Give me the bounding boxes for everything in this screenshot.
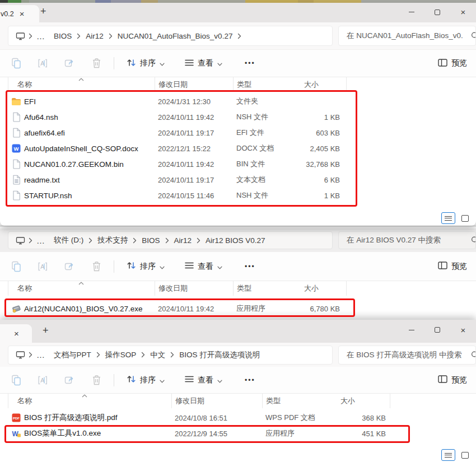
sort-button[interactable]: 排序 bbox=[127, 375, 165, 385]
search-input[interactable]: 在 BIOS 打开高级选项说明 中搜索 bbox=[338, 346, 476, 365]
file-date: 2024/10/8 16:51 bbox=[171, 414, 262, 422]
file-row[interactable]: Afu64.nsh 2024/10/11 19:42 NSH 文件 1 KB bbox=[0, 109, 476, 125]
column-header-type[interactable]: 类型 bbox=[233, 77, 301, 91]
clipboard-icon[interactable] bbox=[11, 261, 22, 272]
file-name: BIOS 打开高级选项说明.pdf bbox=[24, 413, 118, 423]
share-icon[interactable] bbox=[64, 261, 76, 272]
file-type: 文件夹 bbox=[233, 96, 301, 106]
sort-button[interactable]: 排序 bbox=[127, 261, 165, 272]
column-header-size[interactable]: 大小 bbox=[337, 394, 390, 408]
search-input[interactable]: 在 Air12 BIOS V0.27 中搜索 bbox=[338, 231, 476, 249]
column-header-type[interactable]: 类型 bbox=[233, 281, 301, 296]
breadcrumb-overflow-button[interactable]: … bbox=[32, 236, 49, 245]
view-button[interactable]: 查看 bbox=[185, 375, 222, 385]
file-row[interactable]: readme.txt 2024/10/11 19:17 文本文档 6 KB bbox=[0, 172, 476, 188]
file-name: AutoUpdateInShell_CQ-SOP.docx bbox=[24, 144, 138, 153]
preview-toggle-button[interactable]: 预览 bbox=[438, 58, 467, 68]
search-input[interactable]: 在 NUCAN01_AutoFlash_Bios_v0. bbox=[338, 26, 476, 46]
details-view-button[interactable] bbox=[441, 212, 455, 224]
file-list: EFI 2024/1/31 12:30 文件夹 Afu64.nsh 2024/1… bbox=[0, 94, 476, 203]
more-options-button[interactable]: ••• bbox=[245, 263, 255, 270]
share-icon[interactable] bbox=[64, 375, 76, 386]
minimize-button[interactable] bbox=[399, 320, 424, 340]
explorer-window-3: × + × … 文档与PPT 操作SOP 中文 bbox=[0, 320, 476, 462]
more-options-button[interactable]: ••• bbox=[245, 376, 255, 384]
breadcrumb[interactable]: … 软件 (D:) 技术支持 BIOS Air12 Air12 BIOS V0.… bbox=[8, 231, 333, 249]
column-header-size[interactable]: 大小 bbox=[301, 77, 347, 91]
share-icon[interactable] bbox=[64, 58, 76, 69]
large-icons-view-button[interactable] bbox=[458, 212, 472, 224]
breadcrumb-item[interactable]: Air12 BIOS V0.27 bbox=[200, 236, 270, 245]
rename-icon[interactable]: A bbox=[38, 375, 49, 386]
delete-icon[interactable] bbox=[91, 375, 102, 386]
breadcrumb-item[interactable]: BIOS bbox=[137, 236, 165, 245]
file-size: 603 KB bbox=[301, 129, 347, 137]
breadcrumb-overflow-button[interactable]: … bbox=[32, 350, 49, 360]
toolbar-divider bbox=[114, 260, 114, 273]
column-header-name[interactable]: 名称 bbox=[8, 394, 171, 408]
file-row[interactable]: Air12(NUCAN01)_BIOS_V0.27.exe 2024/10/11… bbox=[0, 301, 476, 316]
sort-ascending-icon bbox=[82, 394, 87, 398]
column-header-size[interactable]: 大小 bbox=[301, 281, 347, 296]
tab-close-icon[interactable]: × bbox=[14, 329, 19, 338]
maximize-button[interactable] bbox=[424, 3, 450, 21]
delete-icon[interactable] bbox=[91, 58, 102, 69]
breadcrumb-item[interactable]: 中文 bbox=[145, 350, 170, 360]
breadcrumb-item[interactable]: 软件 (D:) bbox=[49, 235, 88, 245]
file-row[interactable]: STARTUP.nsh 2024/10/15 11:46 NSH 文件 1 KB bbox=[0, 188, 476, 203]
details-view-button[interactable] bbox=[441, 449, 455, 461]
tab-bios-folder[interactable]: × bbox=[0, 324, 32, 343]
column-header-type[interactable]: 类型 bbox=[262, 394, 337, 408]
view-label: 查看 bbox=[198, 375, 213, 385]
chevron-down-icon bbox=[217, 376, 222, 385]
breadcrumb-item[interactable]: 技术支持 bbox=[92, 235, 133, 245]
tab-title: v0.2 bbox=[1, 10, 14, 18]
file-size: 451 KB bbox=[337, 430, 390, 438]
file-row[interactable]: NUCAN01.0.27.GEEKOM.bin 2024/10/11 19:42… bbox=[0, 156, 476, 172]
tab-close-icon[interactable]: × bbox=[20, 10, 25, 18]
maximize-button[interactable] bbox=[424, 320, 450, 340]
minimize-button[interactable] bbox=[399, 3, 424, 21]
new-tab-button[interactable]: + bbox=[40, 6, 46, 17]
preview-toggle-button[interactable]: 预览 bbox=[438, 375, 467, 385]
column-header-date[interactable]: 修改日期 bbox=[171, 394, 262, 408]
breadcrumb-item[interactable]: Air12 bbox=[169, 236, 197, 245]
new-tab-button[interactable]: + bbox=[43, 325, 49, 337]
file-row[interactable]: WAutoUpdateInShell_CQ-SOP.docx 2022/12/1… bbox=[0, 141, 476, 156]
breadcrumb[interactable]: … 文档与PPT 操作SOP 中文 BIOS 打开高级选项说明 bbox=[8, 346, 333, 365]
breadcrumb[interactable]: … BIOS Air12 NUCAN01_AutoFlash_Bios_v0.2… bbox=[8, 26, 333, 46]
file-date: 2024/10/11 19:17 bbox=[155, 176, 233, 184]
file-row[interactable]: EFI 2024/1/31 12:30 文件夹 bbox=[0, 94, 476, 109]
list-header: 名称 修改日期 类型 大小 bbox=[0, 77, 476, 91]
breadcrumb-overflow-button[interactable]: … bbox=[32, 31, 49, 41]
tab-nucan01-folder[interactable]: v0.2 × bbox=[0, 5, 39, 22]
delete-icon[interactable] bbox=[91, 261, 102, 272]
view-button[interactable]: 查看 bbox=[185, 58, 222, 68]
close-button[interactable]: × bbox=[450, 320, 476, 340]
breadcrumb-item[interactable]: 操作SOP bbox=[100, 350, 142, 360]
preview-toggle-button[interactable]: 预览 bbox=[438, 262, 467, 272]
breadcrumb-item[interactable]: Air12 bbox=[81, 32, 109, 40]
column-header-date[interactable]: 修改日期 bbox=[155, 77, 233, 91]
breadcrumb-item[interactable]: NUCAN01_AutoFlash_Bios_v0.27 bbox=[113, 32, 238, 40]
rename-icon[interactable]: A bbox=[38, 261, 49, 272]
breadcrumb-item[interactable]: 文档与PPT bbox=[49, 350, 96, 360]
large-icons-view-button[interactable] bbox=[458, 449, 472, 461]
rename-icon[interactable]: A bbox=[38, 58, 49, 69]
breadcrumb-item[interactable]: BIOS 打开高级选项说明 bbox=[174, 350, 265, 360]
file-row[interactable]: WBIOS菜单工具v1.0.exe 2022/12/9 14:55 应用程序 4… bbox=[0, 426, 476, 441]
clipboard-icon[interactable] bbox=[11, 58, 22, 69]
more-options-button[interactable]: ••• bbox=[245, 59, 255, 67]
sort-button[interactable]: 排序 bbox=[127, 58, 165, 69]
file-row[interactable]: afuefix64.efi 2024/10/11 19:17 EFI 文件 60… bbox=[0, 125, 476, 141]
minimize-icon bbox=[409, 330, 414, 330]
breadcrumb-item[interactable]: BIOS bbox=[49, 32, 77, 40]
view-button[interactable]: 查看 bbox=[185, 262, 222, 272]
file-row[interactable]: PDFBIOS 打开高级选项说明.pdf 2024/10/8 16:51 WPS… bbox=[0, 410, 476, 426]
column-header-date[interactable]: 修改日期 bbox=[155, 281, 233, 296]
clipboard-icon[interactable] bbox=[11, 375, 22, 386]
close-button[interactable]: × bbox=[450, 3, 476, 21]
file-date: 2024/10/15 11:46 bbox=[155, 192, 233, 200]
file-name: EFI bbox=[24, 97, 36, 106]
svg-text:A: A bbox=[40, 263, 44, 270]
